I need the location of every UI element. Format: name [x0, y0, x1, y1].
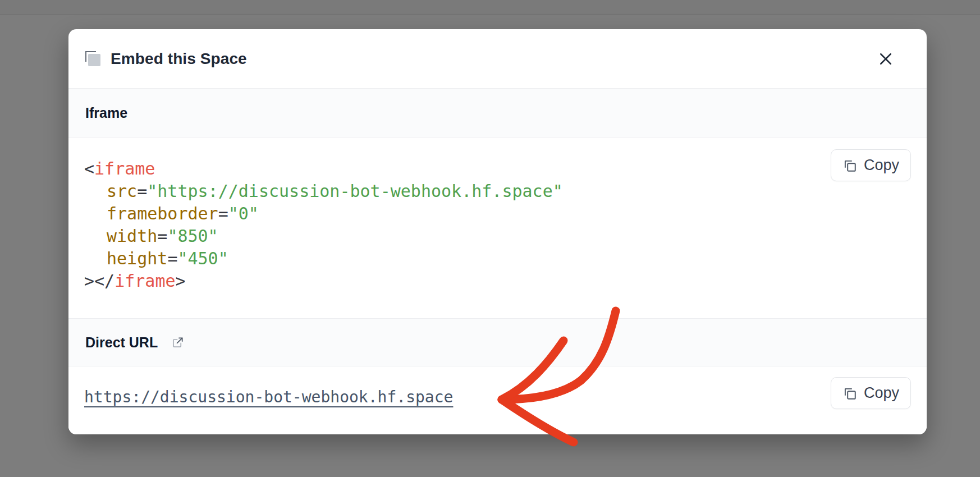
external-link-icon[interactable]: [171, 336, 184, 349]
direct-url-link[interactable]: https://discussion-bot-webhook.hf.space: [84, 388, 453, 406]
copy-squares-icon: [85, 51, 101, 67]
copy-button-label: Copy: [864, 384, 899, 402]
code-line: height="450": [84, 247, 563, 270]
close-icon[interactable]: [876, 49, 895, 68]
dimmed-page-header-strip: [0, 0, 980, 15]
copy-icon: [842, 158, 857, 173]
iframe-code-section: <iframesrc="https://discussion-bot-webho…: [68, 137, 927, 318]
code-line: src="https://discussion-bot-webhook.hf.s…: [84, 180, 563, 203]
code-line: width="850": [84, 225, 563, 247]
direct-url-section-header: Direct URL: [68, 318, 927, 366]
copy-button-label: Copy: [864, 157, 899, 174]
modal-header: Embed this Space: [68, 29, 927, 88]
code-line: frameborder="0": [84, 203, 563, 225]
direct-url-section: https://discussion-bot-webhook.hf.space …: [68, 366, 927, 434]
page-background: { "page": { "background_color": "#7d7d7d…: [0, 0, 980, 477]
copy-direct-url-button[interactable]: Copy: [831, 377, 911, 409]
embed-space-modal: Embed this Space Iframe <iframesrc="http…: [68, 29, 927, 434]
iframe-section-header: Iframe: [68, 88, 927, 137]
copy-icon: [842, 386, 857, 401]
copy-iframe-code-button[interactable]: Copy: [831, 149, 911, 181]
direct-url-heading: Direct URL: [85, 334, 158, 351]
iframe-heading: Iframe: [85, 105, 127, 121]
code-line: <iframe: [84, 158, 563, 180]
code-line: ></iframe>: [84, 270, 563, 292]
iframe-embed-code[interactable]: <iframesrc="https://discussion-bot-webho…: [84, 158, 563, 292]
modal-title: Embed this Space: [111, 50, 247, 68]
